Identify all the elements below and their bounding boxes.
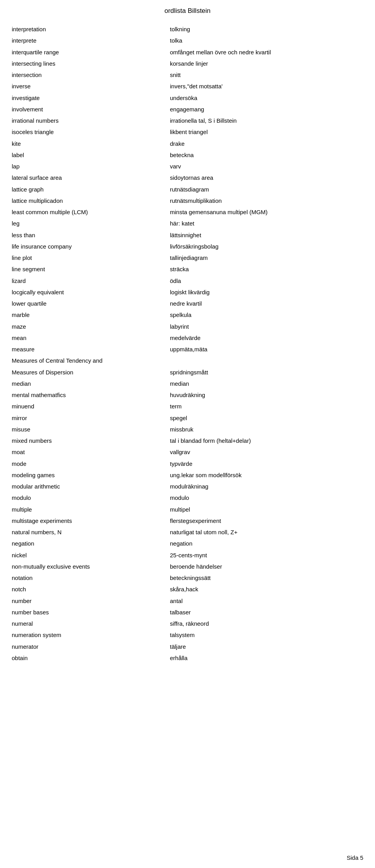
english-term: modular arithmetic xyxy=(12,481,170,492)
swedish-term: erhålla xyxy=(170,652,363,664)
english-term: isoceles triangle xyxy=(12,126,170,138)
swedish-term: livförsäkringsbolag xyxy=(170,241,363,252)
english-term: non-mutually exclusive events xyxy=(12,561,170,572)
swedish-term: vallgrav xyxy=(170,446,363,458)
english-term: Measures of Dispersion xyxy=(12,367,170,378)
list-item: numberantal xyxy=(12,595,363,607)
main-content: interpretationtolkninginterpretetolkaint… xyxy=(0,23,375,687)
list-item: misusemissbruk xyxy=(12,424,363,435)
list-item: kitedrake xyxy=(12,138,363,149)
swedish-term: invers,"det motsatta' xyxy=(170,81,363,92)
list-item: lattice graphrutnätsdiagram xyxy=(12,184,363,195)
list-item: mental mathematficshuvudräkning xyxy=(12,389,363,401)
list-item: intersecting lineskorsande linjer xyxy=(12,58,363,69)
english-term: intersection xyxy=(12,69,170,81)
list-item: mixed numberstal i blandad form (heltal+… xyxy=(12,435,363,446)
english-term: kite xyxy=(12,138,170,149)
swedish-term: flerstegsexperiment xyxy=(170,515,363,526)
english-term: Measures of Central Tendency and xyxy=(12,355,170,366)
swedish-term: median xyxy=(170,378,363,389)
english-term: locgically equivalent xyxy=(12,286,170,298)
english-term: mode xyxy=(12,458,170,469)
english-term: numeration system xyxy=(12,629,170,641)
swedish-term: medelvärde xyxy=(170,332,363,344)
english-term: negation xyxy=(12,538,170,549)
swedish-term: huvudräkning xyxy=(170,389,363,401)
page-title: ordlista Billstein xyxy=(0,0,375,23)
list-item: mirrorspegel xyxy=(12,412,363,424)
list-item: modular arithmeticmodulräkninag xyxy=(12,481,363,492)
swedish-term: täljare xyxy=(170,641,363,652)
list-item: investigateundersöka xyxy=(12,92,363,104)
list-item: line segmentsträcka xyxy=(12,263,363,275)
swedish-term: uppmäta,mäta xyxy=(170,344,363,355)
swedish-term: typvärde xyxy=(170,458,363,469)
list-item: life insurance companylivförsäkringsbola… xyxy=(12,241,363,252)
english-term: interquartile range xyxy=(12,47,170,58)
list-item: marblespelkula xyxy=(12,309,363,320)
list-item: multistage experimentsflerstegsexperimen… xyxy=(12,515,363,526)
swedish-term: beteckningssätt xyxy=(170,572,363,583)
english-term: lizard xyxy=(12,275,170,286)
swedish-term: rutnätsmultiplikation xyxy=(170,195,363,206)
english-term: number bases xyxy=(12,607,170,618)
swedish-term: siffra, räkneord xyxy=(170,618,363,629)
swedish-term: beteckna xyxy=(170,149,363,161)
english-term: median xyxy=(12,378,170,389)
list-item: leghär: katet xyxy=(12,218,363,229)
english-term: lateral surface area xyxy=(12,172,170,183)
list-item: numeration systemtalsystem xyxy=(12,629,363,641)
list-item: lapvarv xyxy=(12,161,363,172)
list-item: irrational numbersirrationella tal, S i … xyxy=(12,115,363,126)
swedish-term: likbent triangel xyxy=(170,126,363,138)
english-term: multistage experiments xyxy=(12,515,170,526)
english-term: life insurance company xyxy=(12,241,170,252)
list-item: intersectionsnitt xyxy=(12,69,363,81)
list-item: mazelabyrint xyxy=(12,321,363,332)
english-term: maze xyxy=(12,321,170,332)
list-item: measureuppmäta,mäta xyxy=(12,344,363,355)
english-term: notation xyxy=(12,572,170,583)
list-item: negationnegation xyxy=(12,538,363,549)
english-term: mirror xyxy=(12,412,170,424)
list-item: lower quartilenedre kvartil xyxy=(12,298,363,309)
swedish-term: logiskt likvärdig xyxy=(170,286,363,298)
list-item: least common multiple (LCM)minsta gemens… xyxy=(12,206,363,218)
swedish-term: tolkning xyxy=(170,23,363,35)
list-item: non-mutually exclusive eventsberoende hä… xyxy=(12,561,363,572)
list-item: number basestalbaser xyxy=(12,607,363,618)
swedish-term: spridningsmått xyxy=(170,367,363,378)
list-item: interquartile rangeomfånget mellan övre … xyxy=(12,47,363,58)
english-term: multiple xyxy=(12,504,170,515)
english-term: interprete xyxy=(12,35,170,46)
english-term: measure xyxy=(12,344,170,355)
swedish-term: nedre kvartil xyxy=(170,298,363,309)
english-term: interpretation xyxy=(12,23,170,35)
swedish-term: spegel xyxy=(170,412,363,424)
swedish-term: talbaser xyxy=(170,607,363,618)
list-item: involvementengagemang xyxy=(12,104,363,115)
swedish-term: tolka xyxy=(170,35,363,46)
swedish-term: negation xyxy=(170,538,363,549)
english-term: line plot xyxy=(12,252,170,263)
list-item: multiplemultipel xyxy=(12,504,363,515)
english-term: moat xyxy=(12,446,170,458)
list-item: nickel25-cents-mynt xyxy=(12,549,363,561)
list-item: moatvallgrav xyxy=(12,446,363,458)
english-term: intersecting lines xyxy=(12,58,170,69)
swedish-term: term xyxy=(170,401,363,412)
english-term: modulo xyxy=(12,492,170,503)
swedish-term: ung.lekar som modellförsök xyxy=(170,469,363,481)
english-term: number xyxy=(12,595,170,607)
list-item: inverseinvers,"det motsatta' xyxy=(12,81,363,92)
page-footer: Sida 5 xyxy=(346,854,363,861)
swedish-term: labyrint xyxy=(170,321,363,332)
english-term: nickel xyxy=(12,549,170,561)
swedish-term: korsande linjer xyxy=(170,58,363,69)
english-term: minuend xyxy=(12,401,170,412)
list-item: Measures of Dispersionspridningsmått xyxy=(12,367,363,378)
list-item: less thanlättsinnighet xyxy=(12,229,363,241)
swedish-term: beroende händelser xyxy=(170,561,363,572)
english-term: less than xyxy=(12,229,170,241)
word-list-table: interpretationtolkninginterpretetolkaint… xyxy=(12,23,363,664)
